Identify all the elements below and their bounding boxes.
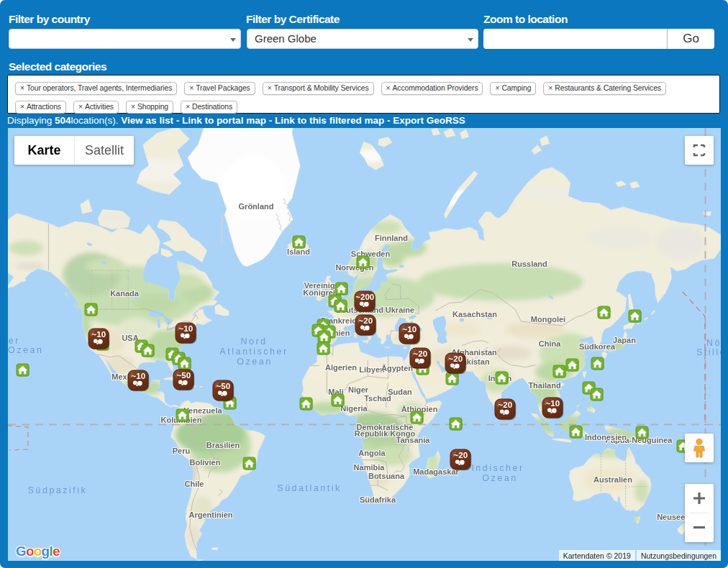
svg-text:Kanada: Kanada bbox=[110, 289, 140, 298]
svg-text:Chile: Chile bbox=[185, 480, 204, 488]
svg-text:Nördlicher: Nördlicher bbox=[706, 338, 721, 348]
svg-text:Finnland: Finnland bbox=[375, 234, 408, 242]
svg-text:Südafrika: Südafrika bbox=[360, 495, 396, 504]
svg-text:~20: ~20 bbox=[359, 316, 373, 325]
svg-text:~10: ~10 bbox=[403, 325, 417, 334]
svg-text:~20: ~20 bbox=[449, 354, 463, 363]
svg-text:~20: ~20 bbox=[454, 451, 468, 459]
svg-text:Ozean: Ozean bbox=[237, 357, 272, 367]
svg-text:Russland: Russland bbox=[511, 260, 547, 268]
svg-text:Venezuela: Venezuela bbox=[183, 406, 222, 415]
svg-text:Tschad: Tschad bbox=[364, 394, 391, 403]
svg-text:Stiller Ozean: Stiller Ozean bbox=[696, 347, 721, 357]
svg-text:Südkorea: Südkorea bbox=[579, 342, 616, 351]
svg-text:Angola: Angola bbox=[358, 449, 386, 457]
svg-text:Peru: Peru bbox=[173, 446, 190, 455]
svg-text:Südpazifik: Südpazifik bbox=[28, 485, 88, 495]
svg-text:Grönland: Grönland bbox=[239, 202, 274, 211]
svg-text:Kasachstan: Kasachstan bbox=[452, 310, 497, 319]
svg-text:Niger: Niger bbox=[348, 385, 369, 394]
svg-text:Ukraine: Ukraine bbox=[386, 306, 414, 314]
svg-text:~200: ~200 bbox=[355, 293, 374, 301]
svg-text:Ozean: Ozean bbox=[482, 473, 517, 483]
svg-text:Brasilien: Brasilien bbox=[206, 441, 240, 449]
svg-text:~10: ~10 bbox=[179, 324, 194, 333]
svg-text:Atlantischer: Atlantischer bbox=[219, 347, 288, 357]
svg-text:~50: ~50 bbox=[177, 371, 191, 380]
svg-text:Namibia: Namibia bbox=[354, 463, 386, 472]
svg-text:~10: ~10 bbox=[132, 372, 146, 380]
svg-text:Ozean: Ozean bbox=[8, 345, 43, 355]
svg-text:Nord: Nord bbox=[240, 336, 267, 347]
svg-text:Tansania: Tansania bbox=[396, 436, 431, 444]
svg-text:China: China bbox=[539, 339, 561, 348]
svg-text:Australien: Australien bbox=[593, 475, 632, 484]
svg-text:Nigeria: Nigeria bbox=[340, 404, 368, 413]
svg-text:~20: ~20 bbox=[499, 400, 513, 409]
svg-text:~20: ~20 bbox=[414, 349, 428, 358]
svg-text:Mongolei: Mongolei bbox=[531, 315, 565, 324]
svg-text:Japan: Japan bbox=[613, 336, 636, 344]
svg-text:Ägypten: Ägypten bbox=[381, 364, 413, 372]
svg-text:~10: ~10 bbox=[92, 330, 106, 339]
svg-text:Indischer: Indischer bbox=[471, 463, 524, 473]
svg-text:Sudan: Sudan bbox=[388, 388, 412, 396]
svg-text:her: her bbox=[8, 336, 20, 346]
svg-text:~10: ~10 bbox=[546, 399, 560, 408]
svg-text:Bolivien: Bolivien bbox=[190, 458, 221, 467]
svg-text:Algerien: Algerien bbox=[325, 363, 357, 372]
svg-text:Botsuana: Botsuana bbox=[368, 472, 405, 480]
svg-text:~50: ~50 bbox=[217, 382, 231, 390]
svg-text:Island: Island bbox=[287, 247, 310, 256]
svg-text:Thailand: Thailand bbox=[528, 381, 560, 390]
svg-text:Indonesien: Indonesien bbox=[585, 433, 627, 441]
svg-text:Argentinien: Argentinien bbox=[188, 510, 232, 519]
svg-text:Südatlantik: Südatlantik bbox=[277, 483, 341, 493]
